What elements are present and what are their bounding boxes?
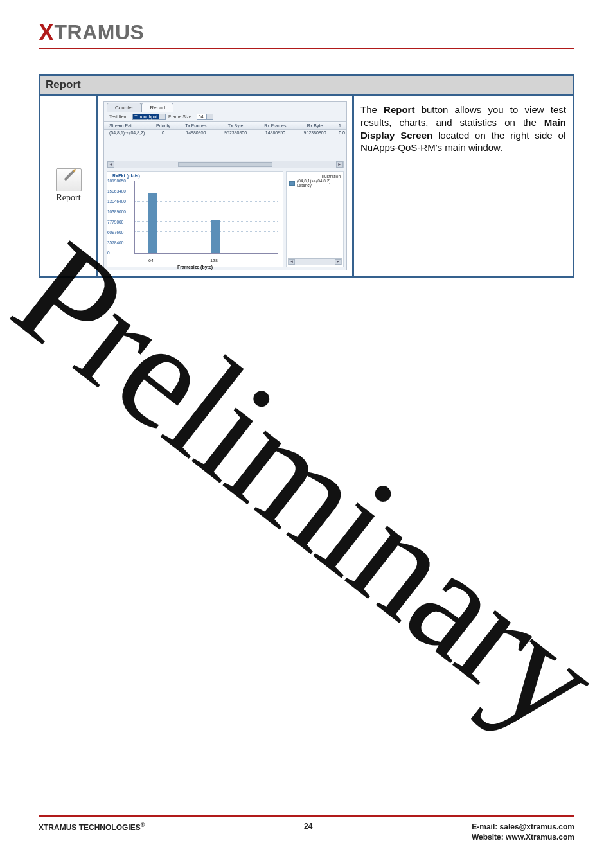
scroll-left-icon[interactable]: ◄ — [289, 259, 295, 265]
report-screenshot-cell: Counter Report Test Item : Throughput Fr… — [98, 96, 354, 276]
scroll-thumb[interactable] — [178, 162, 272, 167]
frame-size-label: Frame Size : — [168, 114, 194, 119]
brand-x: X — [39, 19, 55, 46]
chart-plot — [134, 181, 278, 254]
report-toolbar-button[interactable]: Report — [56, 168, 82, 203]
scroll-right-icon[interactable]: ► — [336, 161, 343, 168]
legend-swatch — [289, 181, 295, 186]
report-description: The Report button allows you to view tes… — [354, 96, 573, 276]
footer-contact: E-mail: sales@xtramus.com Website: www.X… — [472, 822, 574, 842]
embedded-app-panel: Counter Report Test Item : Throughput Fr… — [103, 101, 347, 270]
test-item-label: Test Item : — [109, 114, 130, 119]
col-stream-pair: Stream Pair — [105, 122, 150, 129]
footer-page-number: 24 — [304, 822, 312, 831]
scroll-left-icon[interactable]: ◄ — [107, 161, 114, 168]
cell-tx-frames: 14880950 — [176, 130, 216, 135]
report-left-cell: Report — [40, 96, 98, 276]
ytick: 15063400 — [107, 189, 126, 193]
ytick: 13046400 — [107, 199, 126, 204]
page-footer: XTRAMUS TECHNOLOGIES® 24 E-mail: sales@x… — [39, 815, 574, 842]
cell-priority: 0 — [150, 130, 176, 135]
cell-stream-pair: (04,8,1)→(04,8,2) — [105, 130, 150, 135]
chart-xlabel: Framesize (byte) — [107, 265, 283, 269]
chart-bar — [211, 220, 220, 253]
report-block: Report Report Counter Report Test Item :… — [39, 74, 574, 278]
ytick: 7779000 — [107, 220, 123, 224]
table-row: (04,8,1)→(04,8,2) 0 14880950 952380800 1… — [104, 130, 346, 136]
legend-series: (04,8,1)>>(04,8,2) Latency — [297, 179, 341, 188]
col-last: 1 — [335, 122, 345, 129]
chart-title: RxPkt (pkt/s) — [112, 173, 140, 178]
ytick: 18198050 — [107, 179, 126, 183]
ytick: 0 — [107, 251, 110, 255]
col-rx-byte: Rx Byte — [295, 122, 335, 129]
cell-last: 0.0 — [335, 130, 345, 135]
legend-title: Illustration — [321, 174, 341, 179]
grid-header: Stream Pair Priority Tx Frames Tx Byte R… — [104, 121, 346, 130]
xtick: 64 — [148, 258, 154, 263]
grid-hscroll[interactable]: ◄ ► — [107, 161, 344, 168]
header-rule — [39, 48, 574, 49]
test-item-select[interactable]: Throughput — [132, 114, 166, 120]
chart-panel: RxPkt (pkt/s) 18198050 15063400 13046400… — [107, 171, 283, 267]
cell-rx-byte: 952380800 — [295, 130, 335, 135]
report-pencil-icon — [56, 168, 82, 191]
col-tx-frames: Tx Frames — [176, 122, 216, 129]
report-button-label: Report — [56, 193, 82, 203]
scroll-right-icon[interactable]: ► — [335, 259, 341, 265]
col-priority: Priority — [150, 122, 176, 129]
chart-legend-panel: Illustration (04,8,1)>>(04,8,2) Latency … — [286, 171, 344, 267]
tab-counter[interactable]: Counter — [107, 103, 141, 112]
ytick: 6097600 — [107, 230, 123, 235]
cell-rx-frames: 14880950 — [256, 130, 296, 135]
tab-report[interactable]: Report — [141, 103, 173, 112]
cell-tx-byte: 952380800 — [216, 130, 256, 135]
brand-rest: TRAMUS — [55, 21, 145, 44]
chart-bar — [148, 193, 157, 253]
report-section-title: Report — [40, 76, 573, 96]
col-rx-frames: Rx Frames — [256, 122, 296, 129]
ytick: 3578400 — [107, 240, 123, 245]
ytick: 10389000 — [107, 209, 126, 214]
watermark-text: Preliminary — [0, 207, 613, 765]
footer-company: XTRAMUS TECHNOLOGIES® — [39, 822, 145, 832]
legend-hscroll[interactable]: ◄ ► — [288, 258, 342, 265]
footer-rule — [39, 815, 574, 817]
frame-size-select[interactable]: 64 — [197, 114, 213, 120]
xtick: 128 — [210, 258, 218, 263]
brand-logo: XTRAMUS — [39, 19, 144, 46]
col-tx-byte: Tx Byte — [216, 122, 256, 129]
